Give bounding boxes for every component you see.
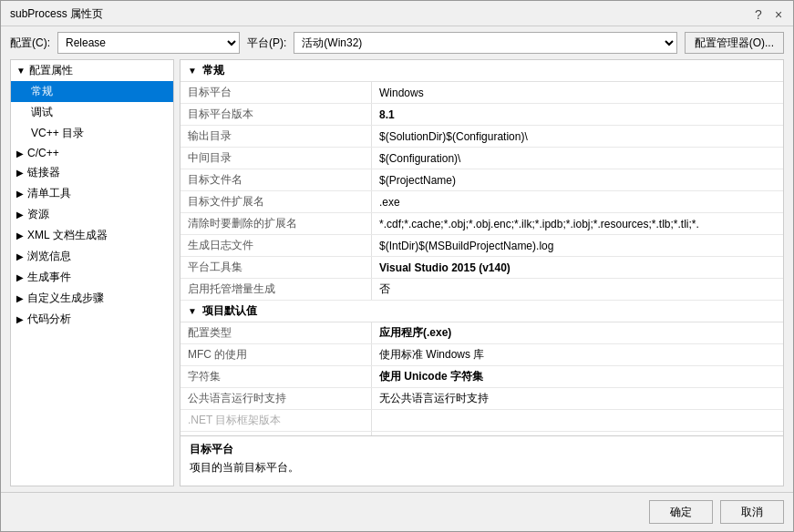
prop-name-8: 平台工具集 xyxy=(180,257,372,278)
tree-group-manifest[interactable]: ▶ 清单工具 xyxy=(11,183,173,204)
tree-group-resource-label: 资源 xyxy=(27,207,49,222)
prop-value-13: 无公共语言运行时支持 xyxy=(372,388,783,409)
prop-row-clr: 公共语言运行时支持 无公共语言运行时支持 xyxy=(180,388,783,410)
help-button[interactable]: ? xyxy=(751,7,766,22)
prop-value-6: *.cdf;*.cache;*.obj;*.obj.enc;*.ilk;*.ip… xyxy=(372,213,783,234)
prop-value-5: .exe xyxy=(372,191,783,212)
prop-name-6: 清除时要删除的扩展名 xyxy=(180,213,372,234)
tree-group-cpp[interactable]: ▶ C/C++ xyxy=(11,144,173,162)
tree-group-browse[interactable]: ▶ 浏览信息 xyxy=(11,246,173,267)
prop-row-net-version: .NET 目标框架版本 xyxy=(180,410,783,432)
prop-row-platform-ver: 目标平台版本 8.1 xyxy=(180,104,783,126)
prop-name-9: 启用托管增量生成 xyxy=(180,279,372,300)
tree-group-linker-arrow: ▶ xyxy=(16,168,24,178)
ok-button[interactable]: 确定 xyxy=(649,500,713,524)
tree-group-browse-label: 浏览信息 xyxy=(27,249,71,264)
tree-group-custom-label: 自定义生成步骤 xyxy=(27,291,104,306)
prop-value-0: Windows xyxy=(372,82,783,103)
config-select[interactable]: Release xyxy=(57,32,240,54)
tree-group-linker-label: 链接器 xyxy=(27,165,60,180)
tree-item-debug[interactable]: 调试 xyxy=(11,102,173,123)
tree-root-arrow: ▼ xyxy=(16,66,26,76)
prop-row-clean-ext: 清除时要删除的扩展名 *.cdf;*.cache;*.obj;*.obj.enc… xyxy=(180,213,783,235)
cancel-button[interactable]: 取消 xyxy=(720,500,784,524)
tree-group-xml[interactable]: ▶ XML 文档生成器 xyxy=(11,225,173,246)
tree-section-root: ▼ 配置属性 常规 调试 VC++ 目录 ▶ C/C++ ▶ 链接器 ▶ 清单工… xyxy=(11,60,173,330)
prop-name-0: 目标平台 xyxy=(180,82,372,103)
tree-group-resource-arrow: ▶ xyxy=(16,210,24,220)
main-area: ▼ 配置属性 常规 调试 VC++ 目录 ▶ C/C++ ▶ 链接器 ▶ 清单工… xyxy=(1,59,793,492)
prop-name-4: 目标文件名 xyxy=(180,169,372,190)
section-general-label: 常规 xyxy=(202,63,224,78)
prop-value-11: 使用标准 Windows 库 xyxy=(372,344,783,365)
tree-group-analysis[interactable]: ▶ 代码分析 xyxy=(11,309,173,330)
prop-value-7: $(IntDir)$(MSBuildProjectName).log xyxy=(372,235,783,256)
config-manager-button[interactable]: 配置管理器(O)... xyxy=(685,32,784,54)
prop-row-target-platform: 目标平台 Windows xyxy=(180,82,783,104)
platform-label: 平台(P): xyxy=(247,36,286,51)
tree-root-label: 配置属性 xyxy=(29,63,73,78)
tree-item-vc-dirs[interactable]: VC++ 目录 xyxy=(11,123,173,144)
prop-row-charset: 字符集 使用 Unicode 字符集 xyxy=(180,366,783,388)
dialog: subProcess 属性页 ? × 配置(C): Release 平台(P):… xyxy=(0,0,794,532)
prop-row-target-name: 目标文件名 $(ProjectName) xyxy=(180,169,783,191)
prop-row-toolset: 平台工具集 Visual Studio 2015 (v140) xyxy=(180,257,783,279)
toolbar: 配置(C): Release 平台(P): 活动(Win32) 配置管理器(O)… xyxy=(1,26,793,59)
prop-name-3: 中间目录 xyxy=(180,148,372,169)
section-header-defaults[interactable]: ▼ 项目默认值 xyxy=(180,301,783,322)
config-label: 配置(C): xyxy=(10,36,50,51)
prop-row-managed-incremental: 启用托管增量生成 否 xyxy=(180,279,783,301)
prop-value-9: 否 xyxy=(372,279,783,300)
prop-value-8: Visual Studio 2015 (v140) xyxy=(372,257,783,278)
prop-value-12: 使用 Unicode 字符集 xyxy=(372,366,783,387)
section-defaults-label: 项目默认值 xyxy=(202,303,257,319)
prop-name-2: 输出目录 xyxy=(180,126,372,147)
prop-value-4: $(ProjectName) xyxy=(372,169,783,190)
tree-group-custom-arrow: ▶ xyxy=(16,293,24,303)
tree-root-header[interactable]: ▼ 配置属性 xyxy=(11,60,173,81)
tree-group-custom[interactable]: ▶ 自定义生成步骤 xyxy=(11,288,173,309)
tree-group-manifest-label: 清单工具 xyxy=(27,186,71,201)
right-panel: ▼ 常规 目标平台 Windows 目标平台版本 8.1 输出目录 $(Solu… xyxy=(180,59,784,486)
tree-group-events-label: 生成事件 xyxy=(27,270,71,285)
prop-name-10: 配置类型 xyxy=(180,322,372,343)
desc-text: 项目的当前目标平台。 xyxy=(190,460,774,476)
prop-name-1: 目标平台版本 xyxy=(180,104,372,125)
prop-row-output-dir: 输出目录 $(SolutionDir)$(Configuration)\ xyxy=(180,126,783,148)
platform-select[interactable]: 活动(Win32) xyxy=(294,32,676,54)
desc-panel: 目标平台 项目的当前目标平台。 xyxy=(180,435,783,486)
close-button[interactable]: × xyxy=(771,7,786,22)
prop-row-build-log: 生成日志文件 $(IntDir)$(MSBuildProjectName).lo… xyxy=(180,235,783,257)
section-defaults-arrow: ▼ xyxy=(188,306,197,316)
tree-group-resource[interactable]: ▶ 资源 xyxy=(11,204,173,225)
prop-name-11: MFC 的使用 xyxy=(180,344,372,365)
tree-group-analysis-arrow: ▶ xyxy=(16,314,24,324)
prop-value-1: 8.1 xyxy=(372,104,783,125)
prop-value-10: 应用程序(.exe) xyxy=(372,322,783,343)
tree-group-events[interactable]: ▶ 生成事件 xyxy=(11,267,173,288)
tree-group-events-arrow: ▶ xyxy=(16,272,24,282)
prop-name-7: 生成日志文件 xyxy=(180,235,372,256)
tree-group-analysis-label: 代码分析 xyxy=(27,312,71,327)
tree-group-cpp-arrow: ▶ xyxy=(16,148,24,159)
prop-value-14 xyxy=(372,410,783,431)
prop-value-3: $(Configuration)\ xyxy=(372,148,783,169)
prop-row-inter-dir: 中间目录 $(Configuration)\ xyxy=(180,148,783,169)
props-table: ▼ 常规 目标平台 Windows 目标平台版本 8.1 输出目录 $(Solu… xyxy=(180,60,783,435)
prop-row-target-ext: 目标文件扩展名 .exe xyxy=(180,191,783,213)
prop-name-5: 目标文件扩展名 xyxy=(180,191,372,212)
footer: 确定 取消 xyxy=(1,492,793,531)
left-panel: ▼ 配置属性 常规 调试 VC++ 目录 ▶ C/C++ ▶ 链接器 ▶ 清单工… xyxy=(10,59,174,486)
tree-item-general[interactable]: 常规 xyxy=(11,81,173,102)
section-header-general[interactable]: ▼ 常规 xyxy=(180,60,783,82)
title-bar: subProcess 属性页 ? × xyxy=(1,1,793,26)
prop-name-13: 公共语言运行时支持 xyxy=(180,388,372,409)
tree-group-xml-arrow: ▶ xyxy=(16,230,24,240)
tree-group-xml-label: XML 文档生成器 xyxy=(27,228,108,243)
tree-group-linker[interactable]: ▶ 链接器 xyxy=(11,162,173,183)
tree-group-browse-arrow: ▶ xyxy=(16,251,24,261)
dialog-title: subProcess 属性页 xyxy=(10,6,103,22)
prop-value-2: $(SolutionDir)$(Configuration)\ xyxy=(372,126,783,147)
prop-name-12: 字符集 xyxy=(180,366,372,387)
tree-group-cpp-label: C/C++ xyxy=(27,147,59,159)
